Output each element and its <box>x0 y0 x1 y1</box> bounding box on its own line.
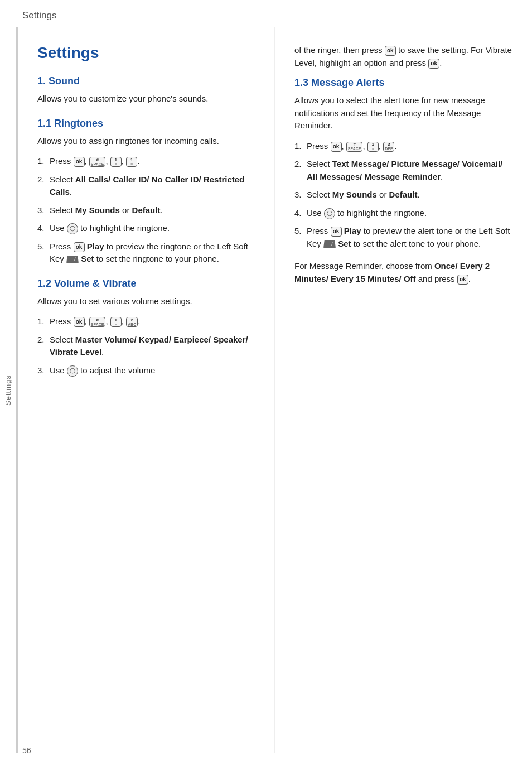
ok-key-icon: ok <box>74 157 85 167</box>
alert-step-5: 5. Press ok Play to preview the alert to… <box>294 225 515 250</box>
step-2: 2. Select All Calls/ Caller ID/ No Calle… <box>37 174 258 199</box>
col-right: of the ringer, then press ok to save the… <box>275 27 532 753</box>
alert-step-3: 3. Select My Sounds or Default. <box>294 189 515 201</box>
vol-step-2: 2. Select Master Volume/ Keypad/ Earpiec… <box>37 334 258 359</box>
alert-step-2: 2. Select Text Message/ Picture Message/… <box>294 158 515 183</box>
nav-icon-v3: ◯ <box>67 365 78 377</box>
alert-step-1: 1. Press ok, #SPACE, 1≡, 3DEF. <box>294 140 515 153</box>
sidebar-label: Settings <box>4 375 12 406</box>
1-key-v: 1≡ <box>110 317 122 327</box>
hash-key-icon: #SPACE <box>89 157 106 167</box>
alert-step-4: 4. Use ◯ to highlight the ringtone. <box>294 207 515 220</box>
reminder-text: For Message Reminder, choose from Once/ … <box>294 260 515 285</box>
step-3: 3. Select My Sounds or Default. <box>37 204 258 217</box>
ok-key-5: ok <box>74 242 85 252</box>
nav-icon: ◯ <box>67 223 78 234</box>
section-alerts-desc: Allows you to select the alert tone for … <box>294 94 515 132</box>
3-key-a: 3DEF <box>383 142 394 152</box>
vol-step-1: 1. Press ok, #SPACE, 1≡, 2ABC. <box>37 315 258 328</box>
columns: Settings 1. Sound Allows you to customiz… <box>18 27 532 753</box>
page-number: 56 <box>22 746 31 755</box>
hash-key-a: #SPACE <box>346 142 363 152</box>
1-key-a: 1≡ <box>367 142 379 152</box>
2-key-v: 2ABC <box>126 317 138 327</box>
section-sound-desc: Allows you to customize your phone's sou… <box>37 93 258 105</box>
vol-step-3: 3. Use ◯ to adjust the volume <box>37 364 258 377</box>
ok-key-a5: ok <box>331 227 342 237</box>
1b-key-icon: 1≡ <box>126 157 137 167</box>
ok-key-v1: ok <box>74 317 85 327</box>
page-wrapper: Settings Settings Settings 1. Sound Allo… <box>0 0 532 753</box>
volume-steps: 1. Press ok, #SPACE, 1≡, 2ABC. 2. Select… <box>37 315 258 377</box>
section-volume-title: 1.2 Volume & Vibrate <box>37 278 258 290</box>
ok-key-r1: ok <box>385 46 396 56</box>
ok-key-end: ok <box>457 275 468 285</box>
page-header: Settings <box>0 0 532 27</box>
nav-icon-a4: ◯ <box>324 208 335 219</box>
header-title: Settings <box>22 10 56 21</box>
section-volume-desc: Allows you to set various volume setting… <box>37 295 258 308</box>
step-5: 5. Press ok Play to preview the ringtone… <box>37 240 258 266</box>
ok-key-a1: ok <box>331 142 342 152</box>
ok-key-r2: ok <box>428 59 439 69</box>
softkey-icon: —/ <box>66 256 79 263</box>
softkey-icon-a: —/ <box>323 240 336 248</box>
continuation-text: of the ringer, then press ok to save the… <box>294 44 515 69</box>
section-ringtones-desc: Allows you to assign ringtones for incom… <box>37 135 258 148</box>
hash-key-v: #SPACE <box>89 317 106 327</box>
section-ringtones-title: 1.1 Ringtones <box>37 118 258 129</box>
page-body: Settings Settings 1. Sound Allows you to… <box>0 27 532 753</box>
sidebar: Settings <box>0 27 18 753</box>
step-4: 4. Use ◯ to highlight the ringtone. <box>37 222 258 235</box>
page-title: Settings <box>37 44 258 62</box>
step-1: 1. Press ok, #SPACE, 1≡, 1≡. <box>37 155 258 168</box>
section-alerts-title: 1.3 Message Alerts <box>294 77 515 89</box>
1-key-icon: 1≡ <box>110 157 122 167</box>
ringtones-steps: 1. Press ok, #SPACE, 1≡, 1≡. 2. Select A… <box>37 155 258 266</box>
alerts-steps: 1. Press ok, #SPACE, 1≡, 3DEF. 2. Select… <box>294 140 515 251</box>
col-left: Settings 1. Sound Allows you to customiz… <box>18 27 275 753</box>
section-sound-title: 1. Sound <box>37 75 258 87</box>
